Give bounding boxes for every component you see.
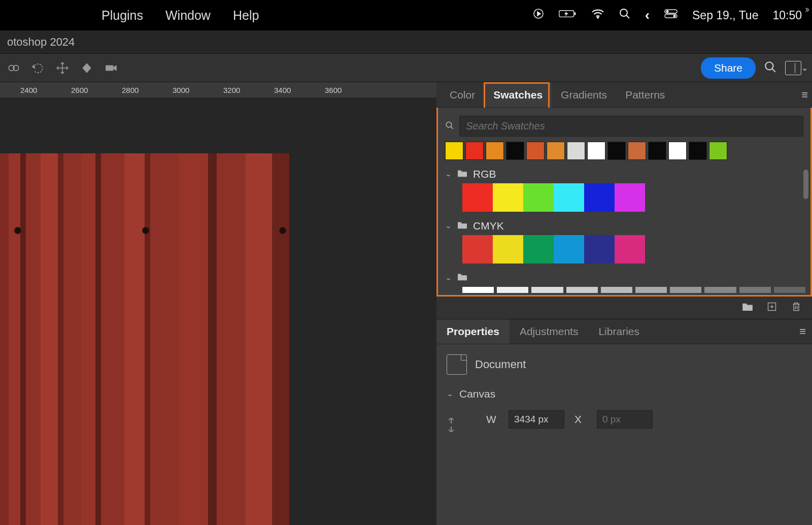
canvas-section-header[interactable]: ⌄ Canvas bbox=[447, 388, 802, 400]
panel-menu-icon[interactable]: ≡ bbox=[799, 325, 806, 338]
tab-gradients[interactable]: Gradients bbox=[552, 83, 616, 107]
properties-panel-tabs: Properties Adjustments Libraries ≡ bbox=[436, 319, 812, 344]
swatch[interactable] bbox=[462, 183, 493, 212]
svg-line-22 bbox=[451, 126, 453, 129]
wifi-icon[interactable] bbox=[591, 9, 604, 22]
swatch[interactable] bbox=[584, 183, 615, 212]
menubar-time[interactable]: 10:50 bbox=[772, 9, 802, 22]
window-titlebar: otoshop 2024 bbox=[0, 30, 812, 54]
document-canvas[interactable] bbox=[0, 97, 436, 525]
tab-patterns[interactable]: Patterns bbox=[616, 83, 674, 107]
spotlight-icon[interactable] bbox=[619, 8, 631, 23]
grayscale-swatches bbox=[442, 287, 806, 293]
tab-libraries[interactable]: Libraries bbox=[588, 319, 650, 344]
menu-plugins[interactable]: Plugins bbox=[101, 8, 143, 23]
ruler-tick: 3600 bbox=[325, 86, 342, 94]
swatch[interactable] bbox=[486, 142, 504, 160]
x-input[interactable] bbox=[597, 410, 653, 429]
options-toolbar: Share ⌄ bbox=[0, 54, 812, 82]
canvas-image bbox=[0, 153, 289, 525]
folder-header-gray[interactable]: ⌄ bbox=[442, 269, 806, 287]
swatch[interactable] bbox=[648, 142, 666, 160]
tab-adjustments[interactable]: Adjustments bbox=[510, 319, 589, 344]
folder-icon bbox=[457, 168, 468, 180]
share-button[interactable]: Share bbox=[701, 57, 756, 79]
orbit-icon[interactable] bbox=[77, 58, 96, 78]
svg-marker-13 bbox=[32, 65, 35, 68]
swatch[interactable] bbox=[554, 235, 584, 264]
menubar-date[interactable]: Sep 19., Tue bbox=[692, 9, 758, 22]
svg-line-20 bbox=[772, 69, 775, 72]
svg-point-10 bbox=[673, 15, 676, 17]
swatch[interactable] bbox=[445, 142, 463, 160]
swatch-group-cmyk: ⌄ CMYK bbox=[442, 217, 806, 264]
panel-menu-icon[interactable]: ≡ bbox=[801, 88, 808, 102]
document-icon bbox=[447, 354, 467, 375]
svg-point-21 bbox=[446, 122, 452, 127]
swatch[interactable] bbox=[689, 142, 707, 160]
swatch[interactable] bbox=[526, 142, 545, 160]
swatch[interactable] bbox=[493, 235, 523, 264]
canvas-section-label: Canvas bbox=[459, 388, 495, 400]
swatch[interactable] bbox=[493, 183, 523, 212]
folder-header-cmyk[interactable]: ⌄ CMYK bbox=[442, 217, 806, 235]
swatch[interactable] bbox=[628, 142, 646, 160]
swatch[interactable] bbox=[607, 142, 626, 160]
horizontal-ruler[interactable]: 2400 2600 2800 3000 3200 3400 3600 bbox=[0, 82, 436, 97]
ruler-tick: 2400 bbox=[20, 86, 37, 94]
new-swatch-button[interactable] bbox=[766, 302, 777, 314]
menu-help[interactable]: Help bbox=[233, 8, 259, 23]
menu-window[interactable]: Window bbox=[165, 8, 211, 23]
svg-marker-1 bbox=[537, 12, 540, 16]
swatch[interactable] bbox=[668, 142, 687, 160]
expand-panels-icon[interactable]: ›› bbox=[805, 4, 808, 15]
swatch[interactable] bbox=[554, 183, 584, 212]
folder-button[interactable] bbox=[742, 302, 753, 314]
battery-icon[interactable] bbox=[559, 9, 577, 22]
move-icon[interactable] bbox=[53, 58, 72, 78]
workspace-button[interactable]: ⌄ bbox=[785, 61, 808, 75]
tab-color[interactable]: Color bbox=[441, 83, 484, 107]
swatch[interactable] bbox=[587, 142, 605, 160]
svg-rect-3 bbox=[574, 12, 576, 15]
swatch[interactable] bbox=[709, 142, 727, 160]
swatch[interactable] bbox=[465, 142, 484, 160]
ruler-tick: 3000 bbox=[173, 86, 189, 94]
swatch[interactable] bbox=[615, 183, 645, 212]
folder-icon bbox=[457, 220, 468, 232]
width-label: W bbox=[486, 413, 498, 425]
macos-menubar: Plugins Window Help ‹ Sep 19., Tue 10:50 bbox=[0, 0, 812, 30]
back-chevron-icon[interactable]: ‹ bbox=[645, 7, 650, 23]
swatch[interactable] bbox=[584, 235, 615, 264]
recent-swatches bbox=[442, 142, 806, 160]
swatch[interactable] bbox=[523, 235, 554, 264]
swatch[interactable] bbox=[462, 235, 493, 264]
document-label: Document bbox=[475, 358, 526, 371]
swatch[interactable] bbox=[615, 235, 645, 264]
folder-label: CMYK bbox=[473, 220, 504, 232]
swatch[interactable] bbox=[523, 183, 554, 212]
window-title: otoshop 2024 bbox=[7, 36, 75, 49]
folder-header-rgb[interactable]: ⌄ RGB bbox=[442, 165, 806, 183]
swatches-search-input[interactable] bbox=[459, 116, 803, 137]
swatches-scrollbar[interactable] bbox=[803, 170, 808, 199]
swatch[interactable] bbox=[506, 142, 524, 160]
camera-icon[interactable] bbox=[101, 58, 121, 78]
trash-button[interactable] bbox=[791, 302, 802, 314]
search-button[interactable] bbox=[764, 60, 777, 76]
svg-point-5 bbox=[620, 9, 627, 16]
record-icon[interactable] bbox=[532, 8, 545, 23]
rotate-icon[interactable] bbox=[28, 58, 48, 78]
link-dimensions-icon[interactable] bbox=[447, 417, 456, 435]
folder-label: RGB bbox=[473, 168, 496, 180]
svg-line-6 bbox=[626, 15, 629, 18]
control-center-icon[interactable] bbox=[664, 9, 678, 22]
canvas-area[interactable]: 2400 2600 2800 3000 3200 3400 3600 bbox=[0, 82, 436, 525]
properties-panel: Document ⌄ Canvas W X bbox=[436, 344, 812, 525]
width-input[interactable] bbox=[509, 410, 564, 429]
tab-properties[interactable]: Properties bbox=[436, 319, 510, 344]
swatch[interactable] bbox=[567, 142, 585, 160]
swatch[interactable] bbox=[547, 142, 565, 160]
folder-icon bbox=[457, 272, 468, 284]
tool-icon-1[interactable] bbox=[4, 58, 23, 78]
